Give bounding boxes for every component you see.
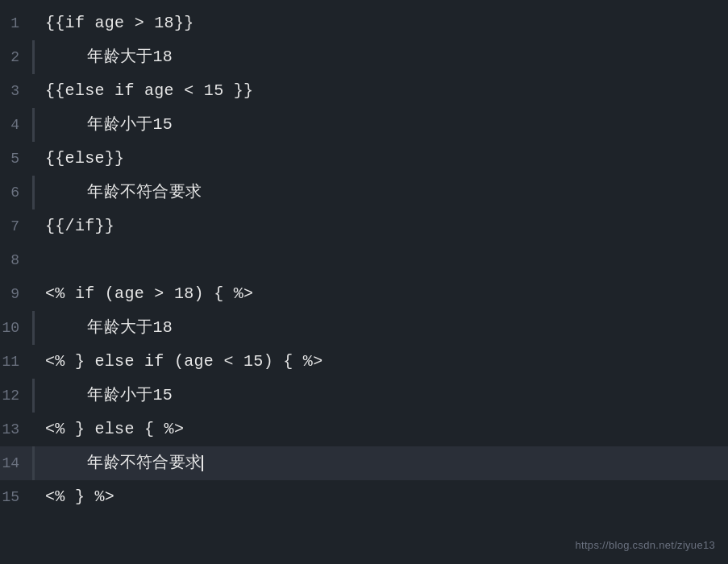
code-line: 11<% } else if (age < 15) { %> — [0, 345, 728, 379]
line-content: 年龄小于15 — [35, 108, 173, 142]
line-number: 8 — [0, 243, 32, 277]
line-number: 3 — [0, 74, 32, 108]
code-line: 5{{else}} — [0, 142, 728, 176]
line-content: {{if age > 18}} — [32, 6, 194, 40]
code-line: 6 年龄不符合要求 — [0, 176, 728, 209]
code-line: 3{{else if age < 15 }} — [0, 74, 728, 108]
code-editor: 1{{if age > 18}}2 年龄大于183{{else if age <… — [0, 0, 728, 564]
line-number: 12 — [0, 379, 32, 413]
code-line: 14 年龄不符合要求 — [0, 446, 728, 480]
line-content: 年龄小于15 — [35, 379, 173, 413]
code-line: 15<% } %> — [0, 480, 728, 514]
line-number: 15 — [0, 480, 32, 514]
code-line: 1{{if age > 18}} — [0, 6, 728, 40]
code-line: 9<% if (age > 18) { %> — [0, 277, 728, 311]
line-number: 2 — [0, 40, 32, 74]
line-number: 9 — [0, 277, 32, 311]
line-number: 10 — [0, 311, 32, 345]
line-number: 11 — [0, 345, 32, 379]
line-content: 年龄不符合要求 — [35, 446, 203, 480]
line-content: 年龄大于18 — [35, 311, 173, 345]
code-line: 7{{/if}} — [0, 209, 728, 243]
line-number: 13 — [0, 413, 32, 446]
line-content: {{else if age < 15 }} — [32, 74, 253, 108]
line-number: 5 — [0, 142, 32, 176]
line-content — [32, 243, 55, 277]
line-content: <% } %> — [32, 480, 114, 514]
text-cursor — [202, 455, 203, 471]
line-content: 年龄大于18 — [35, 40, 173, 74]
line-number: 7 — [0, 209, 32, 243]
line-number: 6 — [0, 176, 32, 209]
code-line: 8 — [0, 243, 728, 277]
line-number: 14 — [0, 446, 32, 480]
line-content: {{/if}} — [32, 209, 114, 243]
watermark: https://blog.csdn.net/ziyue13 — [576, 539, 715, 551]
line-content: <% } else if (age < 15) { %> — [32, 345, 322, 379]
code-line: 13<% } else { %> — [0, 413, 728, 446]
line-number: 1 — [0, 6, 32, 40]
line-number: 4 — [0, 108, 32, 142]
line-content: <% if (age > 18) { %> — [32, 277, 253, 311]
line-content: {{else}} — [32, 142, 124, 176]
code-line: 4 年龄小于15 — [0, 108, 728, 142]
code-line: 10 年龄大于18 — [0, 311, 728, 345]
line-content: 年龄不符合要求 — [35, 176, 202, 209]
code-line: 12 年龄小于15 — [0, 379, 728, 413]
line-content: <% } else { %> — [32, 413, 184, 446]
code-line: 2 年龄大于18 — [0, 40, 728, 74]
